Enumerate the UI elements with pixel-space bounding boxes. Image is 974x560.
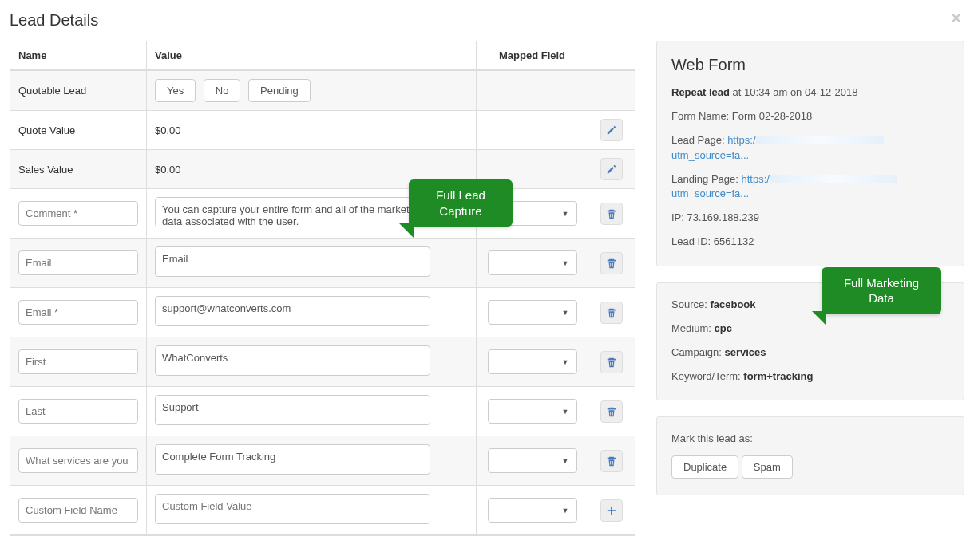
col-action-header (588, 41, 635, 71)
trash-icon (606, 455, 617, 467)
value-textarea[interactable] (155, 345, 430, 376)
delete-row-button[interactable] (600, 203, 623, 225)
name-input[interactable] (18, 201, 138, 226)
row-last (10, 387, 635, 436)
quotable-yes-button[interactable]: Yes (155, 79, 196, 102)
name-input[interactable] (18, 349, 138, 374)
medium-label: Medium: (671, 322, 711, 334)
pencil-icon (606, 164, 617, 175)
form-name-label: Form Name: (671, 110, 729, 122)
value-textarea[interactable] (155, 296, 430, 326)
mark-spam-button[interactable]: Spam (742, 455, 793, 479)
mark-duplicate-button[interactable]: Duplicate (671, 455, 738, 479)
mapped-select[interactable] (488, 349, 577, 374)
mapped-select[interactable] (488, 250, 577, 275)
custom-value-textarea[interactable] (155, 494, 430, 524)
redacted (770, 175, 897, 183)
value-quote-value: $0.00 (147, 111, 477, 150)
row-quote-value: Quote Value $0.00 (10, 111, 635, 150)
label-quotable: Quotable Lead (10, 71, 147, 111)
keyword-value: form+tracking (743, 370, 813, 382)
form-name-value: Form 02-28-2018 (732, 110, 812, 122)
trash-icon (606, 406, 617, 417)
row-first (10, 337, 635, 387)
value-textarea[interactable] (155, 246, 430, 277)
mapped-select[interactable] (488, 448, 577, 473)
quotable-pending-button[interactable]: Pending (248, 79, 311, 102)
keyword-label: Keyword/Term: (671, 370, 741, 382)
delete-row-button[interactable] (600, 351, 623, 373)
row-comment (10, 189, 635, 239)
medium-value: cpc (714, 322, 731, 334)
modal-title: Lead Details (10, 11, 98, 30)
lead-page-label: Lead Page: (671, 134, 725, 146)
custom-name-input[interactable] (18, 498, 138, 523)
value-textarea[interactable] (155, 197, 430, 227)
webform-title: Web Form (671, 56, 949, 74)
row-email-required (10, 288, 635, 337)
close-icon[interactable]: × (948, 8, 964, 29)
row-sales-value: Sales Value $0.00 (10, 150, 635, 189)
delete-row-button[interactable] (600, 302, 623, 324)
plus-icon (606, 505, 617, 516)
label-sales-value: Sales Value (10, 150, 147, 189)
quotable-no-button[interactable]: No (204, 79, 241, 102)
source-label: Source: (671, 298, 707, 310)
col-name-header: Name (10, 41, 147, 71)
col-value-header: Value (147, 41, 477, 71)
mapped-select[interactable] (488, 300, 577, 325)
campaign-label: Campaign: (671, 346, 722, 358)
mark-label: Mark this lead as: (671, 432, 949, 446)
source-value: facebook (710, 298, 755, 310)
edit-quote-value-button[interactable] (600, 119, 623, 141)
mapped-select[interactable] (488, 498, 577, 523)
lead-id-value: 6561132 (714, 235, 754, 247)
col-mapped-header: Mapped Field (477, 41, 588, 71)
value-textarea[interactable] (155, 395, 430, 425)
sources-panel: Full Marketing Data Source: facebook Med… (656, 282, 964, 401)
delete-row-button[interactable] (600, 400, 623, 423)
callout-full-marketing-data: Full Marketing Data (822, 267, 941, 314)
row-quotable: Quotable Lead Yes No Pending (10, 71, 635, 111)
delete-row-button[interactable] (600, 450, 623, 472)
trash-icon (606, 258, 617, 269)
repeat-label: Repeat lead (671, 86, 730, 98)
lead-details-modal: Lead Details × Full Lead Capture Name Va… (0, 0, 974, 560)
trash-icon (606, 357, 617, 368)
row-services (10, 436, 635, 486)
webform-panel: Web Form Repeat lead at 10:34 am on 04-1… (656, 41, 964, 266)
redacted (756, 136, 884, 144)
value-textarea[interactable] (155, 444, 430, 475)
landing-page-label: Landing Page: (671, 173, 738, 185)
row-custom-new (10, 486, 635, 535)
mark-panel: Mark this lead as: Duplicate Spam (656, 416, 964, 495)
ip-value: 73.169.188.239 (687, 211, 759, 223)
trash-icon (606, 208, 617, 219)
edit-sales-value-button[interactable] (600, 158, 623, 180)
name-input[interactable] (18, 399, 138, 424)
add-row-button[interactable] (600, 499, 623, 522)
campaign-value: services (725, 346, 766, 358)
callout-full-lead-capture: Full Lead Capture (409, 179, 513, 227)
lead-table: Name Value Mapped Field Quotable Lead Ye… (10, 41, 635, 536)
ip-label: IP: (671, 211, 684, 223)
lead-id-label: Lead ID: (671, 235, 711, 247)
name-input[interactable] (18, 448, 138, 473)
repeat-time: at 10:34 am on 04-12-2018 (733, 86, 858, 98)
mapped-select[interactable] (488, 399, 577, 424)
trash-icon (606, 307, 617, 318)
delete-row-button[interactable] (600, 252, 623, 274)
pencil-icon (606, 124, 617, 136)
label-quote-value: Quote Value (10, 111, 147, 150)
row-email (10, 239, 635, 288)
name-input[interactable] (18, 250, 138, 275)
name-input[interactable] (18, 300, 138, 325)
